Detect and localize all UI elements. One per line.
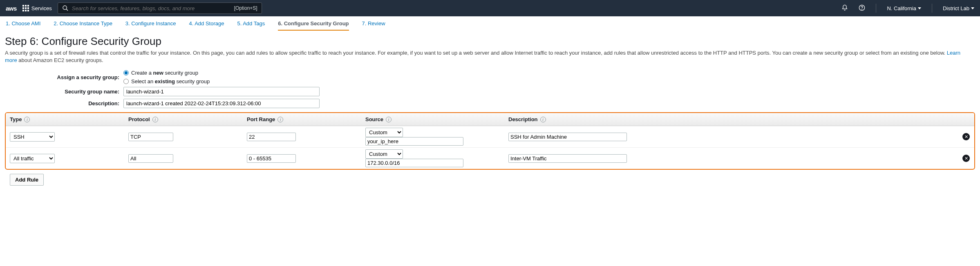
radio-create-input[interactable] <box>123 70 129 75</box>
search-box[interactable]: [Option+S] <box>58 2 262 14</box>
rules-table: Typei Protocoli Port Rangei Sourcei Desc… <box>6 113 974 169</box>
table-row: SSHCustom ✕ <box>6 126 974 148</box>
services-button[interactable]: Services <box>22 5 52 11</box>
page-content: Step 6: Configure Security Group A secur… <box>0 31 980 190</box>
desc-pre: A security group is a set of firewall ru… <box>5 50 947 56</box>
rule-desc-input[interactable] <box>508 154 627 163</box>
th-type: Type <box>10 116 22 122</box>
sg-desc-label: Description: <box>5 100 123 106</box>
region-selector[interactable]: N. California <box>887 5 921 11</box>
info-icon[interactable]: i <box>540 117 546 122</box>
info-icon[interactable]: i <box>152 117 158 122</box>
th-source: Source <box>365 116 383 122</box>
tab-choose-ami[interactable]: 1. Choose AMI <box>6 20 40 31</box>
tab-configure-instance[interactable]: 3. Configure Instance <box>125 20 176 31</box>
remove-rule-button[interactable]: ✕ <box>962 155 970 162</box>
info-icon[interactable]: i <box>24 117 30 122</box>
desc-post: about Amazon EC2 security groups. <box>17 57 103 63</box>
account-label: District Lab <box>943 5 969 11</box>
sg-desc-input[interactable] <box>123 99 320 108</box>
topnav-right: N. California District Lab <box>841 4 974 13</box>
svg-line-1 <box>66 9 68 11</box>
region-label: N. California <box>887 5 916 11</box>
radio-select-input[interactable] <box>123 79 129 84</box>
aws-logo[interactable]: aws <box>6 5 17 12</box>
svg-point-0 <box>63 6 67 9</box>
caret-down-icon <box>971 7 974 9</box>
th-desc: Description <box>508 116 538 122</box>
radio-select-existing[interactable]: Select an existing security group <box>123 78 210 84</box>
rule-type-select[interactable]: All traffic <box>10 154 55 163</box>
assign-sg-label: Assign a security group: <box>5 74 123 80</box>
rule-type-select[interactable]: SSH <box>10 132 55 142</box>
radio-create-new[interactable]: Create a new security group <box>123 70 210 76</box>
th-protocol: Protocol <box>128 116 150 122</box>
rule-source-select[interactable]: Custom <box>365 149 403 159</box>
search-icon <box>62 5 69 11</box>
th-port: Port Range <box>247 116 275 122</box>
account-selector[interactable]: District Lab <box>943 5 974 11</box>
wizard-tabs: 1. Choose AMI 2. Choose Instance Type 3.… <box>0 16 980 31</box>
services-label: Services <box>31 5 52 11</box>
divider <box>932 4 932 13</box>
rule-port <box>247 154 296 163</box>
page-description: A security group is a set of firewall ru… <box>5 49 969 64</box>
svg-point-3 <box>862 9 862 9</box>
top-nav: aws Services [Option+S] N. California Di… <box>0 0 980 16</box>
sg-name-input[interactable] <box>123 87 320 96</box>
page-title: Step 6: Configure Security Group <box>5 35 975 48</box>
divider <box>876 4 876 13</box>
rules-table-wrap: Typei Protocoli Port Rangei Sourcei Desc… <box>5 112 975 170</box>
tab-add-tags[interactable]: 5. Add Tags <box>237 20 265 31</box>
info-icon[interactable]: i <box>386 117 392 122</box>
security-group-form: Assign a security group: Create a new se… <box>5 70 975 108</box>
services-grid-icon <box>22 5 29 11</box>
remove-rule-button[interactable]: ✕ <box>962 133 970 140</box>
tab-instance-type[interactable]: 2. Choose Instance Type <box>54 20 112 31</box>
add-rule-button[interactable]: Add Rule <box>10 174 44 186</box>
rule-source-input[interactable] <box>365 159 463 167</box>
search-input[interactable] <box>72 5 231 11</box>
rule-port <box>247 133 296 141</box>
notifications-icon[interactable] <box>841 4 848 12</box>
sg-name-label: Security group name: <box>5 89 123 95</box>
tab-add-storage[interactable]: 4. Add Storage <box>189 20 224 31</box>
rule-source-input[interactable] <box>365 137 463 146</box>
help-icon[interactable] <box>859 4 865 12</box>
tab-security-group[interactable]: 6. Configure Security Group <box>278 20 349 31</box>
rule-protocol <box>128 154 173 163</box>
tab-review[interactable]: 7. Review <box>362 20 385 31</box>
info-icon[interactable]: i <box>277 117 283 122</box>
rule-desc-input[interactable] <box>508 133 627 141</box>
rule-protocol <box>128 133 173 141</box>
caret-down-icon <box>918 7 921 9</box>
rule-source-select[interactable]: Custom <box>365 128 403 137</box>
table-row: All trafficCustom ✕ <box>6 148 974 169</box>
search-shortcut: [Option+S] <box>234 5 257 11</box>
